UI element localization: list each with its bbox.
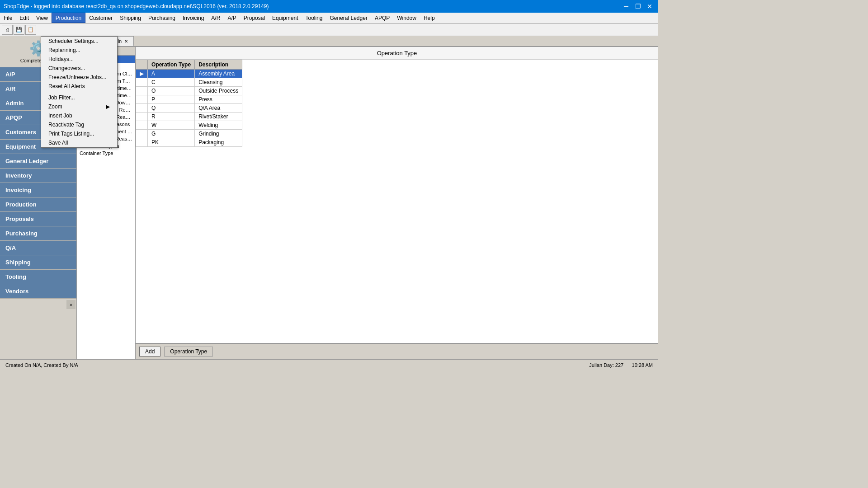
sidebar-scroll-controls: » [0,299,76,310]
menu-apqp[interactable]: APQP [371,13,393,23]
cell-code: C [148,78,195,87]
row-indicator [136,113,148,121]
save-button[interactable]: 💾 [14,25,24,35]
sidebar-item-general-ledger[interactable]: General Ledger [0,154,76,169]
data-table: Operation Type Description ▶ A Assembly … [136,60,658,343]
menu-help[interactable]: Help [420,13,439,23]
table-row[interactable]: R Rivet/Staker [136,113,242,121]
row-indicator [136,121,148,130]
table-row[interactable]: P Press [136,95,242,104]
menu-general-ledger[interactable]: General Ledger [326,13,371,23]
sidebar-item-qa[interactable]: Q/A [0,241,76,255]
table-row[interactable]: G Grinding [136,130,242,138]
titlebar: ShopEdge - logged into database react2db… [0,0,658,13]
table-row[interactable]: PK Packaging [136,138,242,147]
sidebar-item-tooling[interactable]: Tooling [0,270,76,284]
sidebar-item-production[interactable]: Production [0,197,76,212]
row-indicator [136,138,148,147]
col-operation-type: Operation Type [148,60,195,70]
menubar: File Edit View Production Customer Shipp… [0,13,658,23]
content-panels: Items Operation Type Workcenter Type Man… [77,47,658,359]
cell-code: P [148,95,195,104]
row-indicator: ▶ [136,70,148,78]
cell-description: Assembly Area [195,70,242,78]
sidebar-item-inventory[interactable]: Inventory [0,169,76,183]
table-row[interactable]: Q Q/A Area [136,104,242,113]
minimize-button[interactable]: ─ [621,2,631,11]
sidebar-item-invoicing[interactable]: Invoicing [0,183,76,197]
main-area: Scheduler Settings... Replanning... Holi… [0,36,658,359]
menu-view[interactable]: View [33,13,52,23]
sidebar-item-proposals[interactable]: Proposals [0,212,76,226]
menu-changeovers[interactable]: Changeovers... [41,64,117,73]
sidebar-item-shipping[interactable]: Shipping [0,255,76,270]
cell-description: Outside Process [195,87,242,95]
restore-button[interactable]: ❐ [633,2,643,11]
status-time: 10:28 AM [632,362,653,368]
close-button[interactable]: ✕ [645,2,655,11]
row-indicator [136,78,148,87]
table-row[interactable]: O Outside Process [136,87,242,95]
copy-button[interactable]: 📋 [25,25,36,35]
menu-freeze-unfreeze[interactable]: Freeze/Unfreeze Jobs... [41,73,117,82]
cell-description: Welding [195,121,242,130]
toolbar: 🖨 💾 📋 [0,23,658,36]
menu-file[interactable]: File [0,13,16,23]
menu-customer[interactable]: Customer [85,13,116,23]
menu-job-filter[interactable]: Job Filter... [41,93,117,102]
cell-description: Cleansing [195,78,242,87]
cell-code: Q [148,104,195,113]
operation-type-table: Operation Type Description ▶ A Assembly … [136,60,242,147]
menu-print-tags[interactable]: Print Tags Listing... [41,129,117,138]
sidebar-item-vendors[interactable]: Vendors [0,284,76,299]
table-row[interactable]: C Cleansing [136,78,242,87]
cell-description: Press [195,95,242,104]
menu-reset-alerts[interactable]: Reset All Alerts [41,82,117,91]
cell-description: Rivet/Staker [195,113,242,121]
sidebar-item-purchasing[interactable]: Purchasing [0,226,76,241]
menu-shipping[interactable]: Shipping [116,13,145,23]
table-row[interactable]: ▶ A Assembly Area [136,70,242,78]
col-description: Description [195,60,242,70]
tab-bar: Production Admin ✕ [77,36,658,47]
menu-replanning[interactable]: Replanning... [41,46,117,55]
add-button[interactable]: Add [139,347,160,357]
row-indicator [136,87,148,95]
row-indicator [136,130,148,138]
menu-reactivate-tag[interactable]: Reactivate Tag [41,120,117,129]
print-button[interactable]: 🖨 [2,25,13,35]
cell-description: Packaging [195,138,242,147]
row-indicator [136,104,148,113]
production-dropdown-menu: Scheduler Settings... Replanning... Holi… [41,36,118,148]
menu-save-all[interactable]: Save All [41,138,117,147]
sidebar-scroll-down-button[interactable]: » [66,300,75,309]
menu-proposal[interactable]: Proposal [240,13,269,23]
col-indicator [136,60,148,70]
menu-tooling[interactable]: Tooling [302,13,326,23]
row-indicator [136,95,148,104]
menu-zoom[interactable]: Zoom▶ [41,102,117,111]
menu-window[interactable]: Window [393,13,420,23]
titlebar-text: ShopEdge - logged into database react2db… [4,3,269,9]
cell-code: O [148,87,195,95]
menu-scheduler-settings[interactable]: Scheduler Settings... [41,37,117,46]
status-created: Created On N/A, Created By N/A [5,362,78,368]
menu-ar[interactable]: A/R [208,13,224,23]
statusbar: Created On N/A, Created By N/A Julian Da… [0,359,658,370]
menu-equipment[interactable]: Equipment [269,13,302,23]
menu-edit[interactable]: Edit [16,13,33,23]
menu-invoicing[interactable]: Invoicing [179,13,208,23]
cell-code: A [148,70,195,78]
left-panel-item-container-type[interactable]: Container Type [77,150,135,157]
content-wrapper: Production Admin ✕ Items Operation Type … [77,36,658,359]
menu-ap[interactable]: A/P [224,13,240,23]
cell-code: PK [148,138,195,147]
table-row[interactable]: W Welding [136,121,242,130]
menu-holidays[interactable]: Holidays... [41,55,117,64]
menu-insert-job[interactable]: Insert Job [41,111,117,120]
tab-close-icon[interactable]: ✕ [124,39,128,44]
menu-purchasing[interactable]: Purchasing [145,13,179,23]
menu-production[interactable]: Production [52,13,85,23]
status-julian: Julian Day: 227 [589,362,623,368]
window-controls: ─ ❐ ✕ [621,2,655,11]
